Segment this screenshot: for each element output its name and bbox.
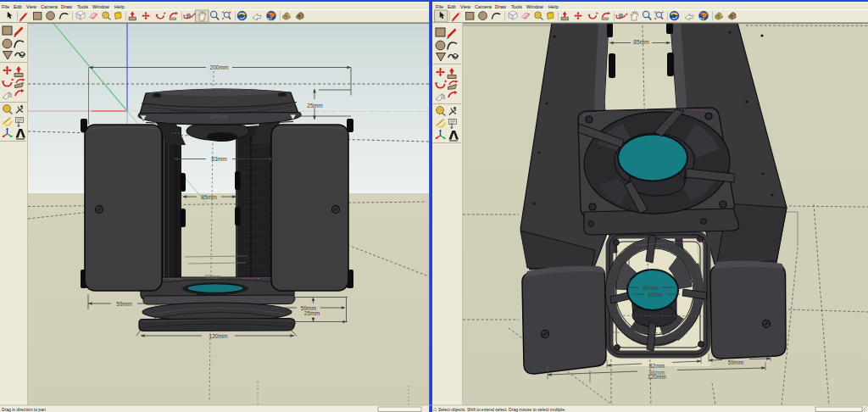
svg-text:120mm: 120mm [209,333,228,339]
svg-text:90mm: 90mm [643,285,659,291]
svg-text:Select objects. Shift to exten: Select objects. Shift to extend select. … [438,407,565,412]
svg-text:120mm: 120mm [648,374,666,380]
svg-text:59mm: 59mm [116,301,132,307]
svg-text:59mm: 59mm [728,359,744,365]
svg-text:85mm: 85mm [633,39,649,45]
svg-text:25mm: 25mm [307,103,323,109]
svg-text:82mm: 82mm [649,363,665,369]
svg-text:Drag in direction to pan: Drag in direction to pan [2,407,46,412]
svg-text:85mm: 85mm [201,194,217,200]
svg-text:83mm: 83mm [211,156,227,162]
svg-text:25mm: 25mm [304,310,320,316]
svg-text:120mm: 120mm [209,114,228,120]
svg-text:83mm: 83mm [648,292,664,298]
svg-text:200mm: 200mm [210,64,229,70]
svg-text:90mm: 90mm [205,274,221,280]
